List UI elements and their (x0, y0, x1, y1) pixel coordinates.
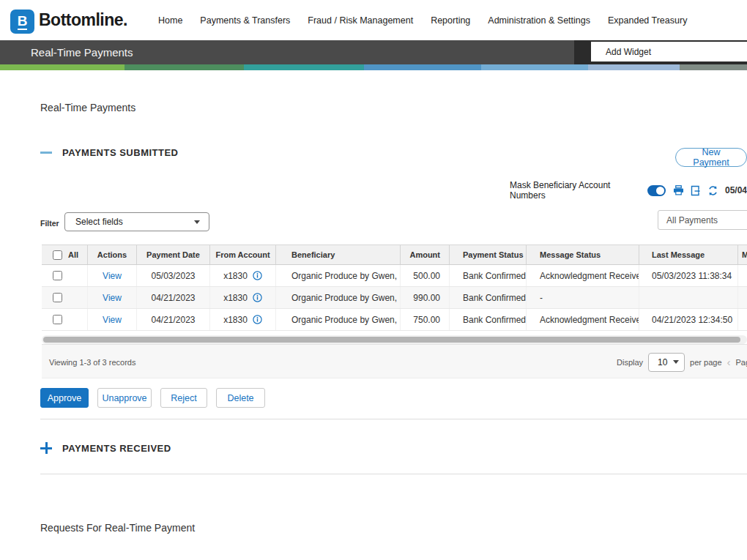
bottomline-logo-icon[interactable]: B (10, 10, 34, 34)
nav-item-administration[interactable]: Administration & Settings (488, 15, 590, 26)
clipped-cell (738, 309, 747, 330)
payments-submitted-title: PAYMENTS SUBMITTED (62, 147, 179, 158)
delete-button[interactable]: Delete (216, 388, 265, 408)
per-page-label: per page (690, 358, 721, 367)
stripe-segment (0, 64, 124, 70)
row-select-cell (42, 309, 88, 330)
column-header-clipped[interactable]: M (738, 245, 747, 264)
beneficiary-cell: Organic Produce by Gwen, Inc. (276, 309, 401, 330)
last-refreshed-date: 05/04 (725, 185, 747, 195)
refresh-icon[interactable] (707, 185, 718, 196)
column-header-from-account[interactable]: From Account (210, 245, 276, 264)
info-icon[interactable] (253, 293, 262, 302)
select-all-checkbox[interactable] (53, 250, 62, 260)
toggle-knob (656, 187, 664, 195)
row-select-cell (42, 265, 88, 286)
last-message-cell: 04/21/2023 12:34:50 (639, 309, 738, 330)
from-account-cell: x1830 (210, 309, 276, 330)
stripe-segment (588, 64, 680, 70)
stripe-segment (124, 64, 244, 70)
new-payment-button[interactable]: New Payment (675, 148, 747, 167)
expand-plus-icon[interactable] (40, 442, 52, 454)
requests-section-title: Requests For Real-Time Payment (40, 522, 195, 534)
payments-submitted-section-header[interactable]: PAYMENTS SUBMITTED (40, 147, 179, 158)
beneficiary-cell: Organic Produce by Gwen, Inc. (276, 265, 401, 286)
beneficiary-cell: Organic Produce by Gwen, Inc. (276, 287, 401, 308)
last-message-cell: 05/03/2023 11:38:34 (639, 265, 738, 286)
column-header-actions[interactable]: Actions (88, 245, 137, 264)
column-header-beneficiary[interactable]: Beneficiary (276, 245, 401, 264)
column-header-message-status[interactable]: Message Status (527, 245, 639, 264)
filter-fields-value: Select fields (75, 217, 123, 227)
column-header-all: All (42, 245, 88, 264)
nav-item-home[interactable]: Home (158, 15, 182, 26)
mask-beneficiary-toggle[interactable] (647, 185, 666, 196)
column-header-payment-status[interactable]: Payment Status (450, 245, 527, 264)
last-message-cell (639, 287, 738, 308)
payment-status-cell: Bank Confirmed (450, 309, 527, 330)
table-row: View 04/21/2023 x1830 Organic Produce by… (42, 287, 747, 309)
table-header-row: All Actions Payment Date From Account Be… (42, 244, 747, 265)
info-icon[interactable] (253, 315, 262, 324)
clipped-cell (738, 265, 747, 286)
nav-item-reporting[interactable]: Reporting (431, 15, 470, 26)
column-header-payment-date[interactable]: Payment Date (137, 245, 210, 264)
row-checkbox[interactable] (53, 271, 62, 280)
nav-item-payments-transfers[interactable]: Payments & Transfers (200, 15, 290, 26)
row-checkbox[interactable] (53, 293, 62, 302)
display-label: Display (617, 358, 643, 367)
from-account-value: x1830 (223, 293, 248, 303)
column-header-last-message[interactable]: Last Message (639, 245, 738, 264)
clipped-cell (738, 287, 747, 308)
view-link[interactable]: View (103, 293, 122, 303)
page-label: Page (736, 358, 747, 367)
info-icon[interactable] (253, 271, 262, 280)
filter-fields-dropdown[interactable]: Select fields (64, 212, 209, 231)
from-account-value: x1830 (223, 271, 248, 281)
brand-stripe (0, 64, 747, 70)
from-account-cell: x1830 (210, 265, 276, 286)
message-status-cell: Acknowledgment Received (527, 309, 639, 330)
stripe-segment (244, 64, 364, 70)
stripe-segment (481, 64, 588, 70)
brand-name[interactable]: Bottomline. (39, 10, 127, 30)
payments-received-section-header[interactable]: PAYMENTS RECEIVED (40, 442, 171, 454)
chevron-down-icon (194, 220, 200, 224)
print-icon[interactable] (673, 185, 684, 195)
view-link[interactable]: View (103, 315, 122, 325)
table-row: View 05/03/2023 x1830 Organic Produce by… (42, 265, 747, 287)
top-navigation: B Bottomline. Home Payments & Transfers … (0, 0, 747, 40)
real-time-payments-screen: B Bottomline. Home Payments & Transfers … (0, 0, 747, 560)
from-account-cell: x1830 (210, 287, 276, 308)
table-row: View 04/21/2023 x1830 Organic Produce by… (42, 309, 747, 331)
per-page-dropdown[interactable]: 10 (648, 353, 685, 372)
stripe-segment (680, 64, 747, 70)
nav-item-fraud-risk[interactable]: Fraud / Risk Management (308, 15, 413, 26)
from-account-value: x1830 (223, 315, 248, 325)
actions-cell: View (88, 265, 137, 286)
mask-beneficiary-label: Mask Beneficiary Account Numbers (510, 180, 640, 201)
previous-page-icon[interactable]: ‹ (727, 356, 731, 368)
export-icon[interactable] (691, 185, 701, 196)
reject-button[interactable]: Reject (160, 388, 207, 408)
stripe-segment (364, 64, 481, 70)
collapse-minus-icon[interactable] (40, 152, 52, 154)
column-header-amount[interactable]: Amount (401, 245, 450, 264)
nav-item-expanded-treasury[interactable]: Expanded Treasury (608, 15, 687, 26)
unapprove-button[interactable]: Unapprove (97, 388, 152, 408)
pagination-controls: Display 10 per page ‹ Page (617, 345, 747, 379)
per-page-value: 10 (658, 357, 667, 367)
actions-cell: View (88, 309, 137, 330)
scrollbar-thumb[interactable] (43, 337, 740, 343)
add-widget-dropdown[interactable]: Add Widget (591, 42, 747, 61)
view-link[interactable]: View (103, 271, 122, 281)
amount-cell: 500.00 (401, 265, 450, 286)
actions-cell: View (88, 287, 137, 308)
table-tools-row: Mask Beneficiary Account Numbers (510, 183, 747, 198)
payments-type-dropdown[interactable]: All Payments (658, 210, 747, 230)
all-label: All (68, 250, 78, 259)
approve-button[interactable]: Approve (40, 388, 89, 408)
row-checkbox[interactable] (53, 315, 62, 324)
payment-status-cell: Bank Confirmed (450, 287, 527, 308)
payment-status-cell: Bank Confirmed (450, 265, 527, 286)
